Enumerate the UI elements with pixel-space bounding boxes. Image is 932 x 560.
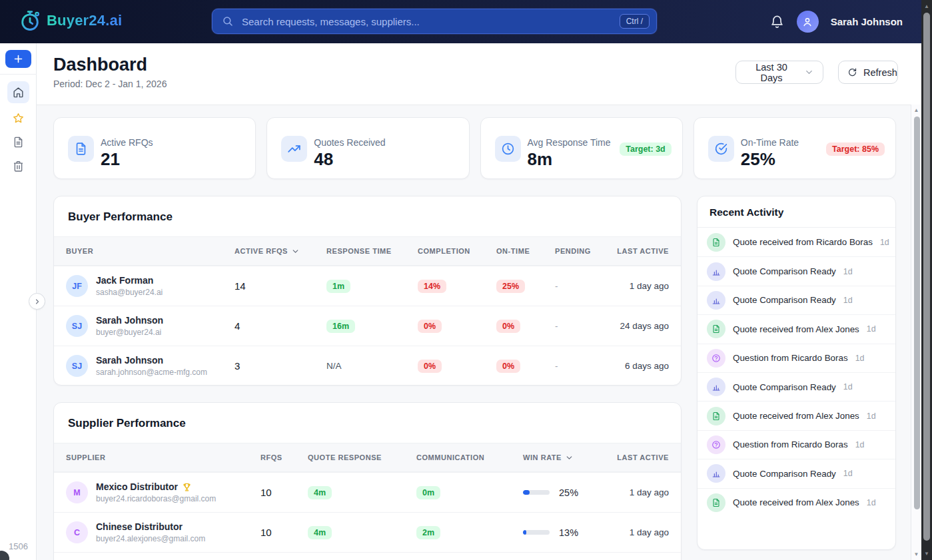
buyer-row[interactable]: SJSarah Johnsonsarah.johnson@acme-mfg.co… <box>54 346 681 386</box>
create-new-button[interactable] <box>5 50 31 68</box>
search-shortcut-hint: Ctrl / <box>620 14 650 29</box>
activity-item[interactable]: Quote Comparison Ready1d <box>698 286 895 314</box>
on-time-badge: 0% <box>496 320 520 333</box>
supplier-row[interactable]: MMexico Distributorbuyer24.ricardoboras@… <box>54 472 681 512</box>
column-header-last-active[interactable]: LAST ACTIVE <box>615 247 669 255</box>
activity-item[interactable]: Quote Comparison Ready1d <box>698 256 895 285</box>
kpi-label: Avg Response Time <box>528 137 611 148</box>
column-header-buyer[interactable]: BUYER <box>66 247 234 255</box>
column-header-rfqs[interactable]: RFQS <box>260 453 308 461</box>
kpi-value: 8m <box>528 149 553 170</box>
last-active-value: 1 day ago <box>615 281 669 291</box>
file-text-icon <box>707 233 725 252</box>
home-icon <box>12 86 25 99</box>
activity-time: 1d <box>843 267 853 276</box>
window-scroll-down-arrow[interactable]: ▼ <box>921 551 932 557</box>
active-rfqs-value: 14 <box>234 280 326 292</box>
buyer-name: Sarah Johnson <box>96 315 163 326</box>
column-header-response-time[interactable]: RESPONSE TIME <box>326 247 418 255</box>
buyer-cell: SJSarah Johnsonbuyer@buyer24.ai <box>66 315 234 337</box>
table-header-row: BUYERACTIVE RFQSRESPONSE TIMECOMPLETIONO… <box>54 236 681 266</box>
activity-time: 1d <box>867 412 876 421</box>
user-icon <box>801 16 813 28</box>
buyer-email: buyer@buyer24.ai <box>96 328 163 337</box>
content-scroll-up-arrow[interactable]: ▲ <box>911 107 921 113</box>
activity-text: Quote Comparison Ready <box>733 266 836 276</box>
chevron-down-icon <box>804 67 814 77</box>
pending-value: - <box>555 321 615 331</box>
buyer-row[interactable]: JFJack Formansasha@buyer24.ai141m14%25%-… <box>54 266 681 306</box>
win-rate-bar <box>523 530 550 535</box>
trophy-icon <box>182 482 192 492</box>
activity-item[interactable]: Question from Ricardo Boras1d <box>698 344 895 372</box>
window-scroll-up-arrow[interactable]: ▲ <box>921 3 932 9</box>
notifications-bell-icon[interactable] <box>769 14 785 29</box>
report-period: Period: Dec 2 - Jan 1, 2026 <box>53 79 167 89</box>
completion-cell: 0% <box>418 360 496 373</box>
global-search-input[interactable]: Search requests, messages, suppliers... … <box>212 9 657 34</box>
activity-text: Quote received from Alex Jones <box>733 411 859 421</box>
activity-item[interactable]: Question from Ricardo Boras1d <box>698 430 895 459</box>
on-time-cell: 0% <box>496 360 555 373</box>
kpi-label: Active RFQs <box>101 137 153 148</box>
content-scrollbar[interactable]: ▲ ▼ <box>911 105 921 560</box>
sidebar-item-home[interactable] <box>7 81 29 103</box>
completion-badge: 14% <box>418 280 446 293</box>
file-text-icon <box>707 407 725 425</box>
column-label: PENDING <box>555 247 591 255</box>
brand-logo[interactable]: Buyer24.ai <box>19 9 122 32</box>
avatar-initials: SJ <box>66 315 88 337</box>
sidebar-item-documents[interactable] <box>7 131 29 153</box>
quote-response-badge: 4m <box>308 486 332 499</box>
column-label: COMPLETION <box>418 247 470 255</box>
completion-badge: 0% <box>418 320 442 333</box>
buyer-row[interactable]: SJSarah Johnsonbuyer@buyer24.ai416m0%0%-… <box>54 306 681 346</box>
column-header-completion[interactable]: COMPLETION <box>418 247 496 255</box>
avatar-initial: C <box>66 521 88 543</box>
on-time-badge: 0% <box>496 360 520 373</box>
trash-icon <box>12 160 25 172</box>
activity-item[interactable]: Quote received from Alex Jones1d <box>698 401 895 429</box>
check-circle-icon <box>708 136 734 162</box>
completion-cell: 0% <box>418 320 496 333</box>
pending-value: - <box>555 361 615 371</box>
column-header-quote-response[interactable]: QUOTE RESPONSE <box>308 453 416 461</box>
column-header-pending[interactable]: PENDING <box>555 247 615 255</box>
column-header-on-time[interactable]: ON-TIME <box>496 247 555 255</box>
date-range-dropdown[interactable]: Last 30 Days <box>735 61 823 84</box>
activity-item[interactable]: Quote Comparison Ready1d <box>698 372 895 401</box>
sidebar-expand-button[interactable] <box>29 293 45 310</box>
kpi-row: Active RFQs21Quotes Received48Avg Respon… <box>53 117 896 179</box>
column-header-supplier[interactable]: SUPPLIER <box>66 453 260 461</box>
activity-item[interactable]: Quote received from Alex Jones1d <box>698 314 895 343</box>
buyer-email: sasha@buyer24.ai <box>96 288 163 297</box>
plus-icon <box>13 54 23 64</box>
column-header-win-rate[interactable]: WIN RATE <box>523 453 617 462</box>
window-scrollbar-thumb[interactable] <box>923 13 930 541</box>
activity-item[interactable]: Quote Comparison Ready1d <box>698 459 895 487</box>
supplier-identity: Chinese Distributorbuyer24.alexjones@gma… <box>96 521 205 543</box>
sort-chevron-down-icon <box>565 453 574 462</box>
column-header-last-active[interactable]: LAST ACTIVE <box>617 453 669 461</box>
supplier-row[interactable]: CChinese Distributorbuyer24.alexjones@gm… <box>54 512 681 552</box>
win-rate-bar-fill <box>523 490 530 495</box>
window-scrollbar[interactable]: ▲ ▼ <box>921 0 932 560</box>
column-label: BUYER <box>66 247 93 255</box>
refresh-button[interactable]: Refresh <box>838 61 898 84</box>
user-avatar[interactable] <box>797 11 819 33</box>
sidebar-item-favorites[interactable] <box>7 107 29 129</box>
column-label: ON-TIME <box>496 247 530 255</box>
sidebar-divider <box>0 74 37 75</box>
activity-item[interactable]: Quote received from Alex Jones1d <box>698 488 895 517</box>
quote-response-cell: 4m <box>308 486 416 499</box>
on-time-cell: 0% <box>496 320 555 333</box>
content-scroll-down-arrow[interactable]: ▼ <box>911 551 921 557</box>
column-header-communication[interactable]: COMMUNICATION <box>416 453 523 461</box>
content-scrollbar-thumb[interactable] <box>914 117 920 509</box>
sidebar-item-trash[interactable] <box>7 155 29 177</box>
column-header-active-rfqs[interactable]: ACTIVE RFQS <box>234 247 326 256</box>
recent-activity-title: Recent Activity <box>698 196 895 228</box>
activity-time: 1d <box>880 238 889 247</box>
activity-time: 1d <box>855 440 865 449</box>
activity-item[interactable]: Quote received from Ricardo Boras1d <box>698 228 895 256</box>
